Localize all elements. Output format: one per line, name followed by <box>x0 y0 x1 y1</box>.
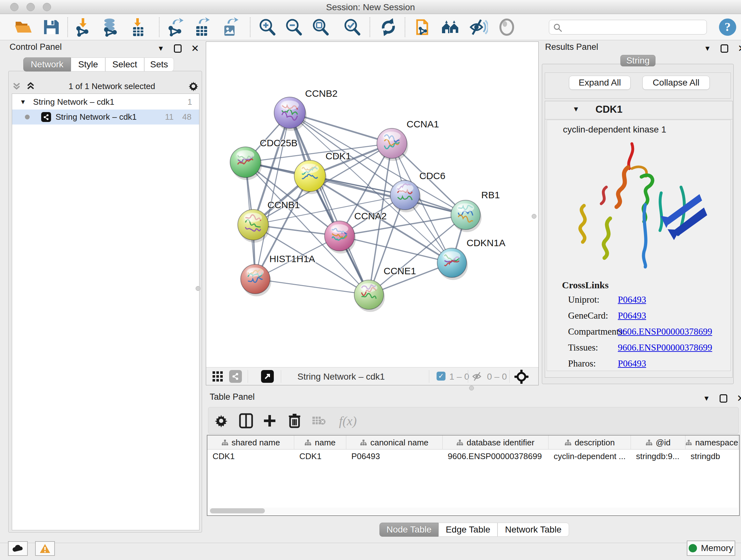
title-bar: Session: New Session <box>0 0 741 14</box>
network-collection-row[interactable]: ▼ String Network – cdk1 1 <box>12 95 199 110</box>
column-header-canonical-name[interactable]: canonical name <box>346 435 443 449</box>
table-cell[interactable]: CDK1 <box>207 449 294 463</box>
delete-column-icon[interactable] <box>286 412 304 430</box>
column-header-namespace[interactable]: namespace <box>685 435 738 449</box>
column-header-shared-name[interactable]: shared name <box>207 435 294 449</box>
open-in-window-icon[interactable] <box>261 370 274 383</box>
collection-expander-icon[interactable]: ▼ <box>20 98 26 106</box>
zoom-selected-icon[interactable] <box>342 17 362 37</box>
tab-style[interactable]: Style <box>71 57 105 71</box>
tab-network[interactable]: Network <box>23 57 71 71</box>
grid-view-icon[interactable] <box>212 371 223 383</box>
gear-icon[interactable] <box>188 81 199 91</box>
table-cell[interactable]: cyclin-dependent ... <box>549 449 631 463</box>
results-buttons-box: Expand All Collapse All <box>545 72 731 99</box>
node-result-entry: ▼ CDK1 cyclin-dependent kinase 1 <box>545 101 733 378</box>
zoom-fit-icon[interactable] <box>310 17 331 37</box>
string-network-icon <box>41 112 51 122</box>
float-panel-icon[interactable] <box>721 44 728 53</box>
crosslink-genecard-link[interactable]: P06493 <box>618 310 712 321</box>
crosslink-pharos-link[interactable]: P06493 <box>618 358 712 369</box>
preview-icon[interactable] <box>496 17 517 37</box>
column-header--id[interactable]: @id <box>631 435 685 449</box>
columns-icon[interactable] <box>237 412 255 430</box>
network-selection-status: 1 of 1 Network selected <box>36 81 188 91</box>
gear-icon[interactable] <box>212 412 230 430</box>
table-data-row[interactable]: CDK1CDK1P064939606.ENSP00000378699cyclin… <box>207 449 739 463</box>
splitter-handle[interactable] <box>196 286 200 291</box>
crosslink-uniprot-link[interactable]: P06493 <box>618 294 712 305</box>
close-panel-icon[interactable]: ✕ <box>191 43 199 54</box>
import-table-icon[interactable] <box>128 17 148 37</box>
collapse-panel-icon[interactable]: ▼ <box>157 44 164 53</box>
collapse-panel-icon[interactable]: ▼ <box>704 44 711 53</box>
add-column-icon[interactable] <box>261 412 279 430</box>
scrollbar-thumb[interactable] <box>210 508 265 513</box>
tab-string[interactable]: String <box>620 55 656 66</box>
tab-node-table[interactable]: Node Table <box>380 523 439 537</box>
export-network-icon[interactable] <box>166 17 186 37</box>
expand-all-icon[interactable] <box>26 81 36 91</box>
tab-network-table[interactable]: Network Table <box>497 523 569 537</box>
entry-gene-name: CDK1 <box>596 104 622 115</box>
search-field[interactable] <box>549 20 707 35</box>
warning-icon[interactable] <box>35 541 55 556</box>
zoom-in-icon[interactable] <box>257 17 277 37</box>
search-input[interactable] <box>564 21 702 33</box>
zoom-out-icon[interactable] <box>283 17 304 37</box>
crosslink-tissues-link[interactable]: 9606.ENSP00000378699 <box>618 342 712 353</box>
crosslink-compartments-link[interactable]: 9606.ENSP00000378699 <box>618 326 712 337</box>
table-cell[interactable]: CDK1 <box>294 449 346 463</box>
tab-select[interactable]: Select <box>105 57 144 71</box>
crosshair-icon[interactable] <box>515 370 529 385</box>
selected-checkbox[interactable]: ✓ <box>436 372 446 381</box>
column-header-name[interactable]: name <box>294 435 346 449</box>
table-cell[interactable]: stringdb:9... <box>631 449 685 463</box>
function-builder-icon[interactable]: f(x) <box>333 412 362 430</box>
table-cell[interactable]: stringdb <box>685 449 738 463</box>
table-cell[interactable]: 9606.ENSP00000378699 <box>443 449 549 463</box>
horizontal-scrollbar[interactable] <box>209 508 738 514</box>
hidden-eye-icon[interactable] <box>472 371 483 383</box>
close-panel-icon[interactable]: ✕ <box>737 393 741 404</box>
entry-expander-icon[interactable]: ▼ <box>572 105 580 113</box>
hide-unhide-icon[interactable] <box>468 17 488 37</box>
import-network-database-icon[interactable] <box>100 17 120 37</box>
network-edge[interactable] <box>290 113 369 295</box>
column-header-description[interactable]: description <box>549 435 631 449</box>
tab-sets[interactable]: Sets <box>144 57 174 71</box>
expand-all-button[interactable]: Expand All <box>569 76 630 90</box>
network-view[interactable]: CCNB2CCNA1CDC25BCDK1CDC6RB1CCNB1CCNA2CDK… <box>206 42 539 385</box>
open-file-icon[interactable] <box>13 17 33 37</box>
help-icon[interactable]: ? <box>718 17 738 37</box>
import-network-file-icon[interactable] <box>73 17 93 37</box>
table-cell[interactable]: P06493 <box>346 449 443 463</box>
network-view-toolbar: String Network – cdk1 ✓ 1 – 0 0 – 0 <box>206 367 538 385</box>
splitter-handle[interactable] <box>532 214 536 219</box>
network-edge[interactable] <box>255 279 369 295</box>
home-icon[interactable] <box>441 17 461 37</box>
network-row-label: String Network – cdk1 <box>56 112 137 122</box>
string-results-container: Expand All Collapse All ▼ CDK1 cyclin-de… <box>542 64 734 384</box>
share-document-icon[interactable] <box>413 17 434 37</box>
network-row-selected[interactable]: String Network – cdk1 11 48 <box>12 110 199 125</box>
export-image-icon[interactable] <box>220 17 241 37</box>
cloud-icon[interactable] <box>8 541 28 556</box>
close-panel-icon[interactable]: ✕ <box>738 43 741 54</box>
memory-button[interactable]: Memory <box>687 541 735 556</box>
export-table-icon[interactable] <box>192 17 212 37</box>
refresh-icon[interactable] <box>378 17 399 37</box>
collapse-all-button[interactable]: Collapse All <box>643 76 710 90</box>
collapse-panel-icon[interactable]: ▼ <box>703 394 710 402</box>
float-panel-icon[interactable] <box>174 44 182 53</box>
share-view-icon[interactable] <box>229 370 242 383</box>
save-session-icon[interactable] <box>41 17 61 37</box>
tab-edge-table[interactable]: Edge Table <box>439 523 497 537</box>
float-panel-icon[interactable] <box>720 394 727 402</box>
collapse-all-icon[interactable] <box>12 81 21 91</box>
network-graph[interactable]: CCNB2CCNA1CDC25BCDK1CDC6RB1CCNB1CCNA2CDK… <box>206 42 538 367</box>
delete-table-icon[interactable] <box>310 412 328 430</box>
node-result-header[interactable]: ▼ CDK1 <box>545 101 732 119</box>
crosslink-label: GeneCard: <box>568 310 618 321</box>
column-header-database-identifier[interactable]: database identifier <box>443 435 549 449</box>
